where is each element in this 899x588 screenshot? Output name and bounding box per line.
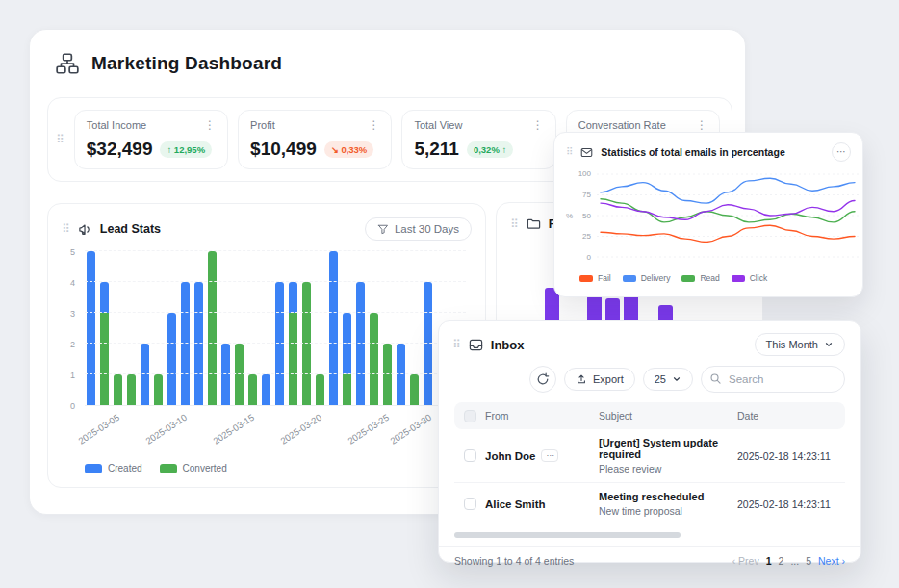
bar[interactable]	[194, 282, 203, 405]
page-number[interactable]: 1	[766, 555, 772, 567]
page-number[interactable]: 2	[779, 555, 784, 567]
chevron-down-icon	[672, 374, 681, 384]
bar[interactable]	[221, 344, 230, 405]
select-all-checkbox[interactable]	[464, 410, 476, 422]
subject-preview: New time proposal	[599, 505, 737, 517]
bar[interactable]	[383, 344, 392, 405]
next-page-button[interactable]: Next ›	[818, 555, 845, 567]
stat-card: Total Income⋮$32,499↑ 12,95%	[74, 110, 228, 169]
page-title: Marketing Dashboard	[91, 53, 282, 74]
y-tick-label: 50	[574, 212, 591, 220]
bar[interactable]	[316, 374, 324, 405]
bar[interactable]	[87, 251, 95, 405]
chart-plot-area	[85, 252, 466, 406]
drag-handle-icon[interactable]: ⠿	[566, 147, 573, 157]
lead-stats-card: ⠿ Lead Stats Last 30 D	[47, 203, 486, 488]
export-button[interactable]: Export	[564, 368, 635, 391]
bar[interactable]	[181, 282, 190, 405]
trend-badge: ↑ 12,95%	[160, 141, 212, 158]
legend-label: Read	[700, 273, 719, 283]
prev-page-button[interactable]: ‹ Prev	[732, 555, 759, 567]
kebab-menu-icon[interactable]: ⋮	[368, 119, 379, 131]
export-icon	[576, 373, 587, 385]
bar[interactable]	[329, 251, 338, 405]
inbox-card: ⠿ Inbox This Month	[438, 320, 861, 563]
bar[interactable]	[114, 374, 122, 405]
bar[interactable]	[248, 374, 257, 405]
converted-segment	[208, 251, 217, 405]
pagination: ‹ Prev 12...5 Next ›	[732, 555, 845, 567]
stat-value: $10,499	[250, 139, 317, 160]
last-30-days-filter-button[interactable]: Last 30 Days	[365, 217, 472, 241]
table-body: John Doe⋯[Urgent] System update required…	[454, 429, 845, 524]
converted-segment	[302, 282, 311, 405]
search-input[interactable]	[701, 366, 845, 393]
trend-badge: ↘ 0,33%	[324, 141, 374, 158]
page-number[interactable]: 5	[806, 555, 811, 567]
subject-cell: [Urgent] System update requiredPlease re…	[599, 437, 737, 474]
bar[interactable]	[208, 251, 217, 405]
filter-funnel-icon	[377, 223, 389, 235]
bar[interactable]	[275, 282, 284, 405]
drag-handle-icon[interactable]: ⠿	[452, 339, 461, 350]
email-statistics-header: ⠿ Statistics of total emails in percenta…	[566, 142, 851, 162]
table-row[interactable]: John Doe⋯[Urgent] System update required…	[454, 429, 845, 483]
stat-card-bottom: 5,2110,32% ↑	[414, 139, 543, 160]
table-row[interactable]: Alice SmithMeeting rescheduledNew time p…	[454, 483, 845, 524]
x-tick-label: 2025-03-10	[136, 412, 189, 451]
bar[interactable]	[154, 374, 163, 405]
date-cell: 2025-02-18 14:23:11	[737, 450, 845, 462]
bar[interactable]	[343, 313, 351, 405]
bar[interactable]	[397, 344, 405, 405]
dashboard-header: Marketing Dashboard	[30, 30, 745, 76]
y-tick-label: 4	[62, 278, 75, 288]
search-icon	[709, 372, 722, 385]
period-dropdown[interactable]: This Month	[755, 333, 845, 356]
legend-swatch	[85, 464, 102, 473]
lead-stats-chart: 543210 2025-03-052025-03-102025-03-15202…	[62, 252, 472, 475]
bar[interactable]	[100, 282, 109, 405]
refresh-button[interactable]	[529, 366, 556, 393]
filter-label: Last 30 Days	[395, 223, 459, 235]
kebab-menu-icon[interactable]: ⋮	[696, 119, 707, 131]
megaphone-icon	[78, 222, 92, 237]
gridline	[85, 250, 466, 251]
sitemap-icon	[55, 51, 80, 76]
bar[interactable]	[262, 374, 270, 405]
bar[interactable]	[302, 282, 311, 405]
drag-handle-icon[interactable]: ⠿	[56, 134, 64, 145]
bar[interactable]	[235, 344, 244, 405]
bar[interactable]	[141, 344, 149, 405]
kebab-menu-icon[interactable]: ⋮	[532, 119, 544, 131]
legend-item: Delivery	[623, 273, 671, 283]
row-checkbox[interactable]	[464, 449, 476, 462]
created-segment	[194, 282, 203, 405]
page-number[interactable]: ...	[790, 555, 799, 567]
row-checkbox[interactable]	[464, 498, 476, 510]
legend-item: Created	[85, 463, 142, 473]
legend-label: Fail	[598, 273, 611, 283]
legend-label: Click	[750, 273, 767, 283]
envelope-icon	[580, 146, 593, 159]
card-menu-button[interactable]: ⋯	[832, 142, 851, 162]
converted-segment	[383, 344, 392, 405]
bar[interactable]	[356, 282, 365, 405]
y-tick-label: 3	[62, 309, 75, 319]
bar[interactable]	[410, 374, 419, 405]
kebab-menu-icon[interactable]: ⋮	[204, 119, 216, 131]
more-actions-chip[interactable]: ⋯	[541, 449, 558, 462]
drag-handle-icon[interactable]: ⠿	[62, 223, 70, 235]
bar[interactable]	[424, 282, 432, 405]
bar[interactable]	[127, 374, 136, 405]
bar[interactable]	[370, 313, 378, 405]
gridline	[85, 343, 466, 344]
stat-card: Total View⋮5,2110,32% ↑	[401, 110, 555, 169]
page-size-dropdown[interactable]: 25	[643, 368, 693, 391]
scrollbar-thumb[interactable]	[454, 532, 681, 538]
legend-swatch	[579, 275, 593, 282]
inbox-icon	[469, 338, 483, 352]
bar[interactable]	[167, 313, 176, 405]
created-segment	[221, 344, 230, 405]
bar-group	[87, 251, 432, 405]
bar[interactable]	[289, 282, 297, 405]
